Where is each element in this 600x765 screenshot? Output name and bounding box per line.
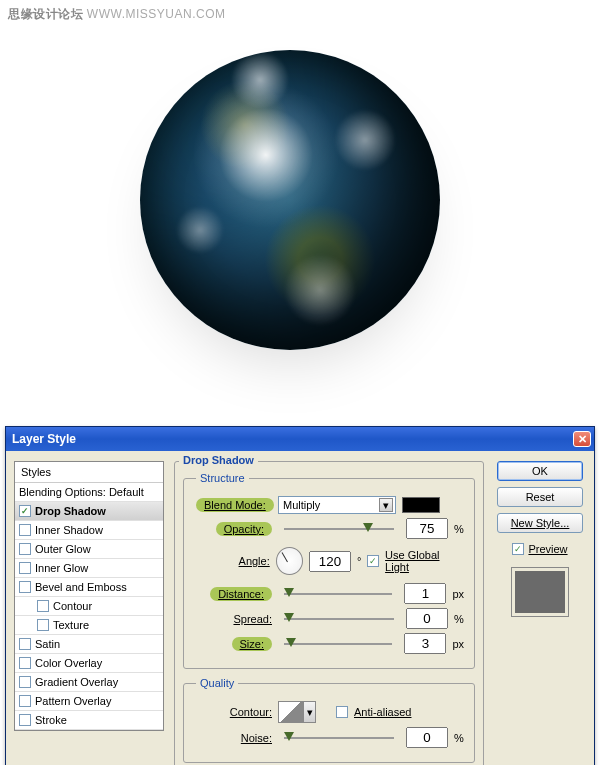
reset-button[interactable]: Reset <box>497 487 583 507</box>
dialog-title: Layer Style <box>12 432 76 446</box>
style-label: Gradient Overlay <box>35 676 118 688</box>
spread-label: Spread: <box>233 613 272 625</box>
chevron-down-icon: ▾ <box>379 498 393 512</box>
styles-panel: Styles Blending Options: Default✓Drop Sh… <box>14 461 164 731</box>
style-checkbox[interactable] <box>19 524 31 536</box>
size-slider[interactable] <box>284 643 392 645</box>
noise-input[interactable] <box>406 727 448 748</box>
noise-label: Noise: <box>241 732 272 744</box>
style-label: Drop Shadow <box>35 505 106 517</box>
style-label: Inner Glow <box>35 562 88 574</box>
global-light-label: Use Global Light <box>385 549 464 573</box>
antialiased-label: Anti-aliased <box>354 706 411 718</box>
quality-group: Quality Contour: ▾ Anti-aliased Noise: <box>183 677 475 763</box>
style-checkbox[interactable] <box>37 600 49 612</box>
preview-label: Preview <box>528 543 567 555</box>
blend-mode-select[interactable]: Multiply ▾ <box>278 496 396 514</box>
contour-dropdown[interactable]: ▾ <box>304 701 316 723</box>
angle-input[interactable] <box>309 551 351 572</box>
style-row[interactable]: Pattern Overlay <box>15 692 163 711</box>
angle-label: Angle: <box>239 555 270 567</box>
spread-slider[interactable] <box>284 618 394 620</box>
section-title: Drop Shadow <box>179 454 258 466</box>
style-label: Satin <box>35 638 60 650</box>
styles-header[interactable]: Styles <box>15 462 163 483</box>
style-label: Color Overlay <box>35 657 102 669</box>
contour-label: Contour: <box>230 706 272 718</box>
style-label: Contour <box>53 600 92 612</box>
spread-input[interactable] <box>406 608 448 629</box>
distance-slider[interactable] <box>284 593 392 595</box>
style-row[interactable]: Outer Glow <box>15 540 163 559</box>
shadow-color-swatch[interactable] <box>402 497 440 513</box>
style-checkbox[interactable] <box>37 619 49 631</box>
center-panel: Drop Shadow Structure Blend Mode: Multip… <box>174 461 484 765</box>
style-row[interactable]: Texture <box>15 616 163 635</box>
contour-picker[interactable] <box>278 701 304 723</box>
style-row[interactable]: ✓Drop Shadow <box>15 502 163 521</box>
quality-legend: Quality <box>196 677 238 689</box>
style-row[interactable]: Blending Options: Default <box>15 483 163 502</box>
style-label: Blending Options: Default <box>19 486 144 498</box>
style-checkbox[interactable] <box>19 543 31 555</box>
style-row[interactable]: Contour <box>15 597 163 616</box>
noise-slider[interactable] <box>284 737 394 739</box>
structure-group: Structure Blend Mode: Multiply ▾ Opacity… <box>183 472 475 669</box>
ok-button[interactable]: OK <box>497 461 583 481</box>
size-label: Size: <box>232 637 272 651</box>
style-checkbox[interactable] <box>19 695 31 707</box>
antialiased-checkbox[interactable] <box>336 706 348 718</box>
opacity-label: Opacity: <box>216 522 272 536</box>
style-label: Inner Shadow <box>35 524 103 536</box>
preview-checkbox[interactable]: ✓ <box>512 543 524 555</box>
style-checkbox[interactable] <box>19 562 31 574</box>
layer-style-dialog: Layer Style ✕ Styles Blending Options: D… <box>5 426 595 765</box>
watermark: 思缘设计论坛 WWW.MISSYUAN.COM <box>8 6 226 23</box>
blend-mode-label: Blend Mode: <box>196 498 274 512</box>
distance-input[interactable] <box>404 583 446 604</box>
opacity-input[interactable] <box>406 518 448 539</box>
style-label: Bevel and Emboss <box>35 581 127 593</box>
style-row[interactable]: Satin <box>15 635 163 654</box>
close-button[interactable]: ✕ <box>573 431 591 447</box>
style-label: Stroke <box>35 714 67 726</box>
style-checkbox[interactable]: ✓ <box>19 505 31 517</box>
global-light-checkbox[interactable]: ✓ <box>367 555 379 567</box>
opacity-slider[interactable] <box>284 528 394 530</box>
style-label: Outer Glow <box>35 543 91 555</box>
style-row[interactable]: Bevel and Emboss <box>15 578 163 597</box>
new-style-button[interactable]: New Style... <box>497 513 583 533</box>
style-row[interactable]: Inner Glow <box>15 559 163 578</box>
style-row[interactable]: Stroke <box>15 711 163 730</box>
style-checkbox[interactable] <box>19 581 31 593</box>
earth-image <box>140 50 460 370</box>
angle-dial[interactable] <box>276 547 303 575</box>
titlebar[interactable]: Layer Style ✕ <box>6 427 594 451</box>
style-row[interactable]: Inner Shadow <box>15 521 163 540</box>
style-label: Texture <box>53 619 89 631</box>
style-checkbox[interactable] <box>19 714 31 726</box>
preview-swatch <box>511 567 569 617</box>
style-label: Pattern Overlay <box>35 695 111 707</box>
style-row[interactable]: Color Overlay <box>15 654 163 673</box>
close-icon: ✕ <box>578 433 587 446</box>
size-input[interactable] <box>404 633 446 654</box>
structure-legend: Structure <box>196 472 249 484</box>
distance-label: Distance: <box>210 587 272 601</box>
style-checkbox[interactable] <box>19 676 31 688</box>
style-row[interactable]: Gradient Overlay <box>15 673 163 692</box>
style-checkbox[interactable] <box>19 638 31 650</box>
right-column: OK Reset New Style... ✓ Preview <box>494 461 586 617</box>
style-checkbox[interactable] <box>19 657 31 669</box>
